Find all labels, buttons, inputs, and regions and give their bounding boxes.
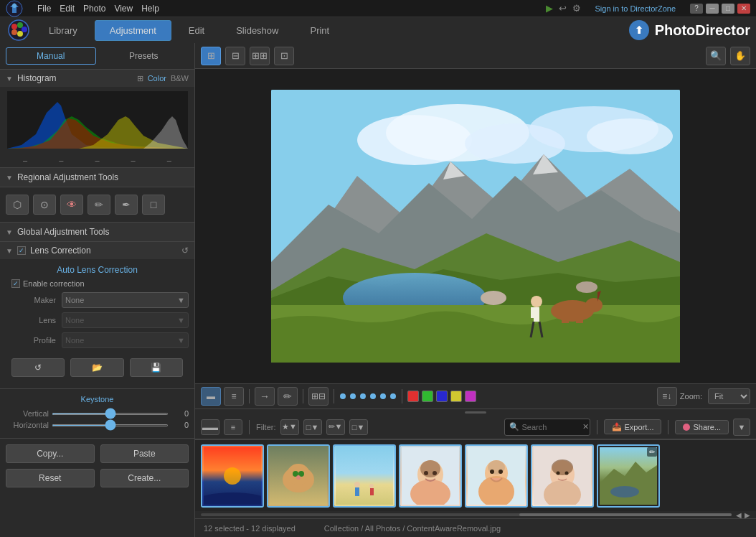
color-blue[interactable] [436,391,448,402]
color-purple[interactable] [465,391,476,402]
color-green[interactable] [422,391,433,402]
lens-dropdown[interactable]: None ▼ [62,312,189,328]
brush-edit-btn[interactable]: ✏ [278,387,298,406]
maximize-button[interactable]: □ [722,4,734,14]
export-button[interactable]: 📤 Export... [604,419,662,434]
hist-ctrl-3[interactable]: – [95,156,99,164]
filter-misc[interactable]: □▼ [349,419,368,435]
lens-save-btn[interactable]: 💾 [130,358,183,377]
menu-edit[interactable]: Edit [60,4,75,14]
filter-view-strip[interactable]: ▬▬ [201,419,219,435]
thumb-6[interactable] [531,444,594,508]
filter-color[interactable]: □▼ [303,419,322,435]
maker-dropdown[interactable]: None ▼ [62,292,189,308]
scroll-track[interactable] [201,513,732,516]
lens-label: Lens [6,316,56,324]
hist-ctrl-4[interactable]: – [131,156,136,164]
tool-eye[interactable]: 👁 [60,195,83,215]
view-list-btn[interactable]: ≡ [224,387,244,406]
filter-edit[interactable]: ✏▼ [326,419,345,435]
tab-adjustment[interactable]: Adjustment [95,20,171,41]
view-single-btn[interactable]: ⊞ [201,47,221,65]
histogram-expand-icon[interactable]: ⊞ [137,74,143,83]
zoom-select[interactable]: Fit 100% 50% 25% 200% [708,388,750,404]
view-compare-btn[interactable]: ⊟ [225,47,245,65]
histogram-color-btn[interactable]: Color [148,74,166,83]
view-strip-btn[interactable]: ▬ [201,387,221,406]
thumb-1[interactable] [201,444,264,508]
menu-photo[interactable]: Photo [83,4,105,14]
lens-undo-icon[interactable]: ↺ [181,246,189,256]
share-button[interactable]: Share... [675,420,729,434]
dot-5[interactable] [380,393,386,399]
menu-view[interactable]: View [114,4,133,14]
menu-help[interactable]: Help [141,4,159,14]
copy-button[interactable]: Copy... [6,444,95,463]
lens-arrow[interactable]: ▼ [6,247,13,255]
close-button[interactable]: ✕ [737,4,750,14]
tool-pen[interactable]: ✒ [115,195,138,215]
global-tools-header[interactable]: ▼ Global Adjustment Tools [0,223,194,242]
tool-rect[interactable]: □ [142,195,165,215]
sub-tab-manual[interactable]: Manual [6,47,96,65]
thumb-3[interactable] [333,444,396,508]
dot-4[interactable] [370,393,376,399]
filter-view-list[interactable]: ≡ [224,419,242,435]
scroll-prev-btn[interactable]: ◀ [736,511,742,519]
sub-tab-presets[interactable]: Presets [99,47,189,65]
thumb-5[interactable] [465,444,528,508]
vertical-slider[interactable] [52,413,169,415]
tab-library[interactable]: Library [34,21,92,40]
arrow-btn[interactable]: → [255,387,275,406]
sort-btn[interactable]: ≡↓ [657,387,677,406]
resize-handle[interactable] [195,409,756,415]
help-button[interactable]: ? [690,4,703,14]
profile-dropdown[interactable]: None ▼ [62,332,189,348]
thumb-7[interactable]: ✏ [597,444,660,508]
tool-ellipse[interactable]: ⊙ [33,195,56,215]
hist-ctrl-5[interactable]: – [167,156,171,164]
sign-in-link[interactable]: Sign in to DirectorZone [595,4,676,13]
stack-btn[interactable]: ⊞⊟ [308,387,329,406]
hist-ctrl-1[interactable]: – [23,156,27,164]
scroll-next-btn[interactable]: ▶ [745,511,750,519]
auto-lens-btn[interactable]: Auto Lens Correction [57,265,138,275]
menu-file[interactable]: File [37,4,51,14]
horizontal-slider[interactable] [52,424,169,426]
enable-correction-checkbox[interactable]: ✓ [11,279,20,288]
dot-2[interactable] [350,393,356,399]
lens-reset-btn[interactable]: ↺ [11,358,65,377]
color-red[interactable] [407,391,419,402]
search-input[interactable] [522,423,580,431]
share-dropdown-btn[interactable]: ▼ [733,419,750,436]
thumb-2[interactable] [267,444,330,508]
histogram-bw-btn[interactable]: B&W [171,74,189,83]
hand-tool-btn[interactable]: ✋ [730,47,750,65]
svg-point-39 [354,482,360,487]
tool-brush[interactable]: ✏ [88,195,110,215]
tab-print[interactable]: Print [296,21,344,40]
search-tool-btn[interactable]: 🔍 [706,47,726,65]
view-grid-btn[interactable]: ⊞⊞ [250,47,270,65]
view-fullscreen-btn[interactable]: ⊡ [274,47,294,65]
dot-6[interactable] [390,393,396,399]
filter-star[interactable]: ★▼ [280,419,299,435]
dot-1[interactable] [340,393,346,399]
reset-button[interactable]: Reset [6,469,95,487]
minimize-button[interactable]: ─ [706,4,719,14]
tab-slideshow[interactable]: Slideshow [222,21,293,40]
paste-button[interactable]: Paste [100,444,189,463]
lens-folder-btn[interactable]: 📂 [70,358,123,377]
color-yellow[interactable] [450,391,462,402]
lens-enable-checkbox[interactable]: ✓ [17,246,26,255]
hist-ctrl-2[interactable]: – [59,156,63,164]
tool-selection[interactable]: ⬡ [6,195,29,215]
scroll-thumb[interactable] [519,513,732,516]
search-clear-icon[interactable]: ✕ [582,422,589,431]
dot-3[interactable] [360,393,366,399]
tab-edit[interactable]: Edit [174,21,219,40]
thumb-4[interactable] [399,444,462,508]
regional-tools-header[interactable]: ▼ Regional Adjustment Tools [0,168,194,187]
histogram-collapse-arrow[interactable]: ▼ [6,75,13,83]
create-button[interactable]: Create... [100,469,189,487]
